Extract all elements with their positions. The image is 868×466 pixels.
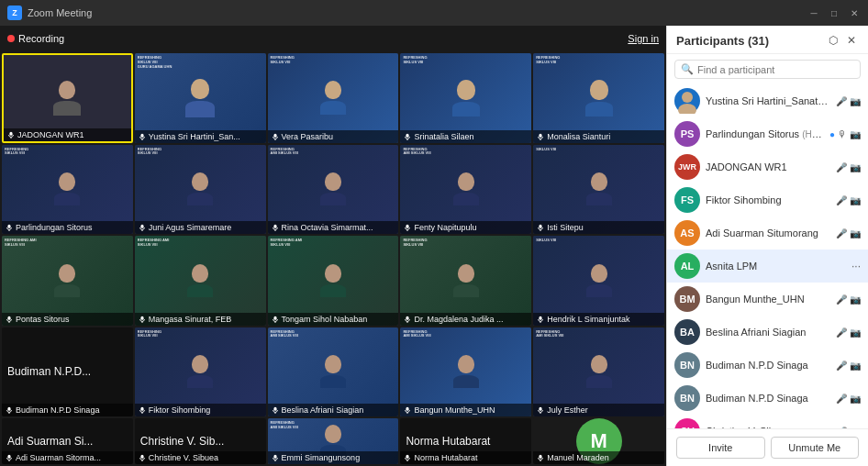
video-cell-14[interactable]: SIKLUS VIII Hendrik L Simanjuntak [533,236,664,326]
video-cell-23[interactable]: Norma Hutabarat Norma Hutabarat [400,418,531,464]
participant-row-fiktor[interactable]: FS Fiktor Sihombing 🎤 📷 [667,183,868,216]
svg-rect-38 [540,407,542,411]
search-input[interactable] [697,64,854,75]
participant-row-beslina[interactable]: BA Beslina Afriani Siagian 🎤 📷 [667,316,868,349]
video-cell-4[interactable]: REFRESHINGSIKLUS VIII Monalisa Sianturi [533,53,664,143]
search-icon: 🔍 [681,63,694,75]
video-cell-18[interactable]: REFRESHINGAMI SIKLUS VIII Bangun Munthe_… [400,327,531,417]
video-cell-13[interactable]: REFRESHINGSIKLUS VIII Dr. Magdalena Judi… [400,236,531,326]
video-cell-8[interactable]: REFRESHINGAMI SIKLUS VIII Fenty Napitupu… [400,145,531,235]
video-name-16: Fiktor Sihombing [135,404,266,416]
svg-rect-24 [273,316,276,319]
video-cell-24[interactable]: M Manuel Maraden [533,418,664,464]
avatar-bangun: BM [674,286,700,312]
video-cell-5[interactable]: REFRESHINGSIKLUS VIII Parlindungan Sitor… [2,145,133,235]
unmute-me-button[interactable]: Unmute Me [771,437,860,459]
video-cell-15[interactable]: Budiman N.P.D... Budiman N.P.D Sinaga [2,327,133,417]
participant-row-christine[interactable]: CV Christine V. Sibuea 🎤 📷 [667,415,868,428]
video-name-21: Christine V. Sibuea [135,451,266,464]
sign-in-button[interactable]: Sign in [628,33,659,44]
close-sidebar-icon[interactable]: ✕ [844,33,859,48]
participant-row-jadongan[interactable]: JWR JADONGAN WR1 🎤 📷 [667,150,868,183]
invite-button[interactable]: Invite [676,437,765,459]
video-grid: JADONGAN WR1 REFRESHINGSIKLUS VIIIGURU A… [0,51,666,466]
participant-icons-parlindungan: ● 🎙 📷 [829,129,861,139]
camera-off-icon-adi: 📷 [850,228,861,239]
participant-row-asnita[interactable]: AL Asnita LPM ··· [667,250,868,283]
participant-row-yustina[interactable]: Yustina Sri Hartini_Sanata ... (Me) 🎤 📷 [667,84,868,117]
participant-row-adi[interactable]: AS Adi Suarman Situmorang 🎤 📷 [667,216,868,250]
video-name-20: Adi Suarman Sitorma... [2,451,133,464]
svg-rect-36 [406,407,409,411]
video-cell-20[interactable]: Adi Suarman Si... Adi Suarman Sitorma... [2,418,133,464]
participant-name-bangun: Bangun Munthe_UHN [706,294,830,305]
svg-rect-22 [140,316,143,319]
participant-name-jadongan: JADONGAN WR1 [706,161,830,172]
video-name-24: Manuel Maraden [533,451,664,464]
participant-icons-yustina: 🎤 📷 [836,96,861,106]
video-cell-12[interactable]: REFRESHING AMISIKLUS VIII Tongam Sihol N… [268,236,399,326]
video-cell-6[interactable]: REFRESHINGSIKLUS VIII Juni Agus Simarema… [135,145,266,235]
maximize-button[interactable]: □ [828,6,840,19]
video-name-11: Mangasa Sinurat, FEB [135,313,266,326]
large-name-23: Norma Hutabarat [406,435,490,448]
video-cell-9[interactable]: SIKLUS VIII Isti Sitepu [533,145,664,235]
svg-rect-26 [406,316,409,319]
participant-row-budiman1[interactable]: BN Budiman N.P.D Sinaga 🎤 📷 [667,349,868,382]
video-name-18: Bangun Munthe_UHN [400,404,531,416]
video-cell-21[interactable]: Christine V. Sib... Christine V. Sibuea [135,418,266,464]
video-cell-10[interactable]: REFRESHING AMISIKLUS VIII Pontas Sitorus [2,236,133,326]
avatar-beslina: BA [674,319,700,345]
video-cell-16[interactable]: REFRESHINGSIKLUS VIII Fiktor Sihombing [135,327,266,417]
video-cell-1[interactable]: REFRESHINGSIKLUS VIIIGURU AGAMA UHN Yust… [135,53,266,143]
recording-label: Recording [18,33,64,44]
video-topbar: Recording Sign in [0,26,666,51]
video-name-15: Budiman N.P.D Sinaga [2,404,133,416]
avatar-fiktor: FS [674,187,700,213]
participant-row-budiman2[interactable]: BN Budiman N.P.D Sinaga 🎤 📷 [667,382,868,415]
svg-rect-4 [273,133,276,137]
minimize-button[interactable]: ─ [807,6,820,19]
participant-row-bangun[interactable]: BM Bangun Munthe_UHN 🎤 📷 [667,283,868,316]
video-cell-7[interactable]: REFRESHINGAMI SIKLUS VIII Rina Octavia S… [268,145,399,235]
pop-out-icon[interactable]: ⬡ [826,33,840,48]
video-cell-3[interactable]: REFRESHINGSIKLUS VIII Srinatalia Silaen [400,53,531,143]
video-name-3: Srinatalia Silaen [400,130,531,143]
large-name-15: Budiman N.P.D... [7,365,91,378]
video-name-19: July Esther [533,404,664,416]
window-title: Zoom Meeting [28,7,807,18]
svg-rect-14 [273,225,276,228]
svg-rect-46 [406,455,409,459]
svg-rect-30 [7,407,10,411]
video-name-8: Fenty Napitupulu [400,221,531,234]
search-box[interactable]: 🔍 [674,60,861,79]
video-name-6: Juni Agus Simaremare [135,221,266,234]
svg-rect-42 [140,455,143,459]
avatar-parlindungan: PS [674,121,700,147]
sidebar-header: Participants (31) ⬡ ✕ [667,26,868,54]
video-cell-17[interactable]: REFRESHINGAMI SIKLUS VIII Beslina Afrian… [268,327,399,417]
participant-name-adi: Adi Suarman Situmorang [706,227,830,239]
avatar-budiman2: BN [674,385,700,411]
avatar-budiman1: BN [674,352,700,378]
video-cell-22[interactable]: REFRESHINGAMI SIKLUS VIII Emmi Simanguns… [268,418,399,464]
video-cell-2[interactable]: REFRESHINGSIKLUS VIII Vera Pasaribu [268,53,399,143]
more-options-icon-asnita[interactable]: ··· [851,260,861,272]
camera-icon-budiman1: 📷 [850,361,861,371]
svg-rect-0 [9,131,12,135]
svg-rect-2 [140,133,143,137]
participant-row-parlindungan[interactable]: PS Parlindungan Sitorus (Host) ● 🎙 📷 [667,117,868,150]
camera-icon-yustina: 📷 [850,96,861,106]
participant-name-parlindungan: Parlindungan Sitorus (Host) [706,128,824,139]
participant-name-beslina: Beslina Afriani Siagian [706,327,830,338]
video-on-icon-parlindungan: 🎙 [838,129,847,139]
video-cell-11[interactable]: REFRESHING AMISIKLUS VIII Mangasa Sinura… [135,236,266,326]
video-name-9: Isti Sitepu [533,221,664,234]
video-cell-19[interactable]: REFRESHINGAMI SIKLUS VIII July Esther [533,327,664,417]
video-cell-0[interactable]: JADONGAN WR1 [2,53,133,143]
svg-rect-16 [406,225,409,228]
video-name-4: Monalisa Sianturi [533,130,664,143]
close-button[interactable]: ✕ [848,6,861,19]
svg-rect-8 [540,133,542,137]
svg-rect-12 [140,225,143,228]
